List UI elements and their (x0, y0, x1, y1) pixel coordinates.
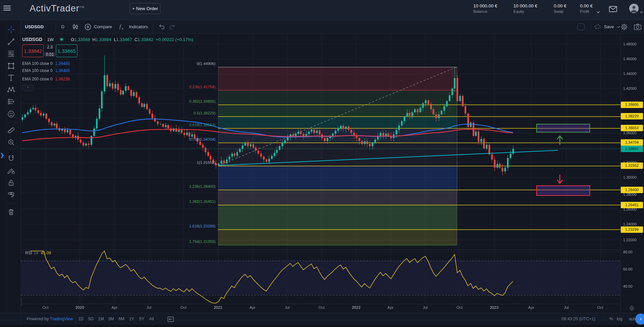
trend-line-tool[interactable] (7, 38, 15, 46)
balance-stat: 10 000.00 €Balance (473, 3, 497, 13)
indicator-row-ema200[interactable]: EMA 200 close 01.36238 (22, 77, 70, 81)
indicators-button[interactable]: fx Indicators (119, 20, 148, 33)
indicator-row-ema100-2[interactable]: EMA 100 close 01.36485 (22, 68, 70, 73)
bottom-toolbar: Powered by TradingView 08:43:20 (UTC+1) … (0, 313, 644, 325)
fib-level-label: 0.382(1.39805) (175, 99, 215, 103)
indicator-row-ema100[interactable]: EMA 100 close 01.36485 (22, 61, 70, 66)
emoji-tool[interactable] (7, 110, 15, 118)
fib-level-label: 1.236(1.28400) (175, 184, 215, 188)
xabcd-pattern-tool[interactable] (7, 86, 15, 94)
clock[interactable]: 08:43:20 (UTC+1) (562, 317, 595, 321)
price-alert-badge: 1.28400 (621, 187, 643, 193)
axis-settings-icon[interactable] (629, 305, 635, 311)
buy-price-box[interactable]: 1.33865 (56, 44, 77, 57)
magnet-tool[interactable] (7, 155, 15, 163)
mail-icon[interactable] (609, 5, 617, 13)
log-scale-button[interactable]: log (617, 317, 622, 321)
time-axis-label: 2022 (352, 305, 361, 310)
price-alert-badge: 1.39805 (621, 102, 643, 108)
market-status-dot (60, 37, 64, 41)
legend-symbol[interactable]: USDSGD (22, 37, 42, 42)
expand-panel-chevron-icon[interactable]: ❯ (0, 152, 4, 158)
sell-zone-box[interactable] (536, 185, 590, 196)
price-chart[interactable] (21, 34, 620, 313)
range-5D[interactable]: 5D (88, 317, 94, 321)
price-alert-badge: 1.36653 (621, 125, 643, 131)
crosshair-tool[interactable] (7, 26, 15, 34)
undo-button[interactable] (158, 20, 166, 33)
time-axis-label: Apr (249, 305, 256, 310)
chart-toolbar: USDSGD D Compare fx Indicators Save (21, 20, 644, 34)
time-axis-label: Oct (318, 305, 325, 310)
snapshot-button[interactable] (634, 20, 642, 33)
avatar[interactable] (629, 4, 639, 13)
time-axis-label: 2020 (75, 305, 84, 310)
redo-button[interactable] (168, 20, 176, 33)
legend-collapse-button[interactable]: ⌃ (22, 85, 34, 91)
svg-text:f: f (120, 24, 122, 29)
shapes-tool[interactable] (7, 62, 15, 70)
zoom-in-tool[interactable] (7, 138, 15, 146)
range-1M[interactable]: 1M (98, 317, 104, 321)
toolbar-checkbox[interactable] (577, 23, 584, 30)
app-logo: ActivTraderTM (30, 3, 84, 14)
chart-style-button[interactable] (72, 20, 79, 33)
time-axis-label: Oct (42, 305, 48, 310)
profit-caret-icon[interactable] (597, 11, 600, 13)
swap-stat: 0.00 €Swap (554, 3, 567, 13)
symbol-search-button[interactable]: USDSGD (25, 20, 44, 33)
range-5Y[interactable]: 5Y (139, 317, 144, 321)
new-order-button[interactable]: + New Order (130, 3, 161, 14)
range-6M[interactable]: 6M (118, 317, 124, 321)
eye-edit-tool[interactable] (7, 190, 15, 198)
goto-date-icon[interactable] (167, 316, 174, 322)
sell-price-box[interactable]: 1.33842 (22, 44, 44, 57)
buy-zone-box[interactable] (536, 124, 590, 133)
top-bar: ActivTraderTM + New Order 10 000.00 €Bal… (0, 0, 644, 20)
collapse-sidebar-fab[interactable]: ‹ (635, 314, 644, 325)
fib-retracement-tool[interactable] (7, 50, 15, 58)
rsi-axis-label: 80.00 (623, 250, 633, 254)
range-3M[interactable]: 3M (108, 317, 114, 321)
up-arrow-annotation[interactable] (556, 135, 564, 145)
range-All[interactable]: All (149, 317, 154, 321)
forecast-tool[interactable] (7, 98, 15, 106)
price-alert-badge: 1.26451 (621, 202, 643, 208)
price-axis-label: 1.30000 (623, 175, 637, 179)
draw-lock-tool[interactable] (7, 167, 15, 175)
time-axis-label: Oct (597, 305, 603, 310)
trash-tool[interactable] (7, 208, 15, 216)
tradingview-link[interactable]: TradingView (50, 317, 73, 321)
rsi-axis-label: 60.00 (623, 267, 633, 271)
chart-legend: USDSGD · 1W O1.33568 H1.33884 L1.33467 C… (22, 37, 193, 42)
fib-level-label: 0.764(1.34704) (175, 137, 215, 141)
down-arrow-annotation[interactable] (556, 174, 564, 185)
price-alert-badge: 1.34704 (621, 139, 643, 146)
settings-button[interactable] (620, 20, 628, 33)
interval-button[interactable]: D (61, 20, 64, 33)
lock-tool[interactable] (7, 179, 15, 187)
percent-scale-button[interactable]: % (609, 317, 613, 321)
range-1D[interactable]: 1D (78, 317, 83, 321)
fib-level-label: 1.382(1.26451) (175, 199, 215, 204)
time-axis-label: 2021 (214, 305, 223, 310)
ohlc-high: H1.33884 (93, 37, 111, 42)
price-axis-label: 1.28000 (623, 192, 637, 196)
save-button[interactable]: Save (594, 20, 620, 33)
ruler-tool[interactable] (7, 126, 15, 134)
svg-text:x: x (122, 27, 124, 30)
fib-level-label: 0.236(1.41754) (175, 85, 215, 89)
range-1Y[interactable]: 1Y (129, 317, 134, 321)
text-tool[interactable] (7, 74, 15, 82)
avatar-caret-icon[interactable] (640, 11, 643, 13)
time-axis-label: Jul (285, 305, 290, 310)
activtrader-app: ActivTraderTM + New Order 10 000.00 €Bal… (0, 0, 644, 327)
profit-stat: 0.00 €Profit (580, 3, 593, 13)
legend-timeframe[interactable]: 1W (47, 37, 54, 42)
ohlc-open: O1.33568 (71, 37, 90, 42)
compare-button[interactable]: Compare (84, 20, 112, 33)
rsi-legend[interactable]: RSI1441.09 (25, 251, 51, 255)
menu-icon[interactable] (3, 6, 11, 11)
price-axis-label: 1.42000 (623, 86, 637, 90)
fib-level-label: 0.618(1.36653) (175, 123, 215, 127)
